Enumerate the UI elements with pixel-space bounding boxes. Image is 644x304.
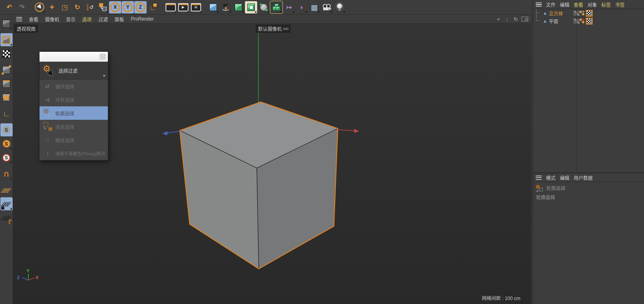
points-mode-button[interactable] — [0, 63, 13, 76]
psr-reset-button[interactable]: PSR↺ — [84, 1, 96, 13]
menu-view[interactable]: 查看 — [29, 16, 38, 23]
menu-item-loop-selection[interactable]: ⇄ 循环选择 — [40, 79, 108, 93]
om-menu-object[interactable]: 对象 — [588, 1, 597, 8]
polygons-mode-button[interactable] — [0, 91, 13, 104]
add-deformer-button[interactable] — [258, 1, 270, 13]
world-axis-icon: ∟ — [149, 3, 157, 11]
object-x-axis-handle[interactable] — [338, 129, 359, 133]
render-settings-button[interactable]: ⊛ — [190, 1, 202, 13]
add-camera-button[interactable] — [321, 1, 333, 13]
undo-button[interactable]: ↶ — [3, 1, 15, 13]
polygons-mode-icon — [2, 94, 10, 102]
add-spline-button[interactable] — [220, 1, 232, 13]
add-modeling-command-button[interactable] — [245, 1, 257, 13]
object-name[interactable]: 立方体 — [549, 10, 571, 17]
undo-icon: ↶ — [6, 4, 12, 11]
enable-snap-button[interactable]: S — [0, 123, 13, 136]
am-menu-userdata[interactable]: 用户数据 — [574, 174, 593, 181]
om-menu-view[interactable]: 查看 — [574, 1, 583, 8]
redo-button[interactable]: ↷ — [16, 1, 28, 13]
add-primitive-button[interactable] — [207, 1, 219, 13]
om-menu-bookmarks[interactable]: 书签 — [615, 1, 625, 8]
texture-mode-icon — [2, 50, 10, 58]
object-manager-hamburger-icon[interactable] — [536, 2, 542, 7]
pan-view-icon[interactable]: + — [495, 16, 501, 22]
menu-prorender[interactable]: ProRender — [131, 16, 154, 22]
object-z-axis-handle[interactable] — [162, 131, 180, 135]
view-name-label[interactable]: 透视视图 — [14, 25, 38, 33]
x-axis-lock-button[interactable]: X — [109, 1, 121, 13]
scale-icon: ◳ — [61, 4, 68, 11]
scale-tool-button[interactable]: ◳ — [58, 1, 71, 13]
cube-object[interactable] — [180, 102, 338, 269]
z-axis-lock-button[interactable]: Z — [134, 1, 147, 13]
texture-tag-icon[interactable] — [586, 10, 593, 17]
menu-display[interactable]: 显示 — [66, 16, 75, 23]
add-mograph-button[interactable]: ↦ — [283, 1, 295, 13]
viewport-menubar: 查看 摄像机 显示 选项 过滤 面板 ProRender + ↕ ↻ — [13, 15, 531, 24]
render-view-button[interactable] — [164, 1, 177, 13]
object-row-cube[interactable]: ▲ 立方体 — [533, 9, 644, 17]
menu-filter[interactable]: 过滤 — [98, 16, 108, 23]
menu-options[interactable]: 选项 — [82, 16, 92, 23]
snap-settings-button[interactable]: S — [0, 137, 13, 150]
om-menu-edit[interactable]: 编辑 — [560, 1, 569, 8]
add-floor-button[interactable]: ▦ — [308, 1, 320, 13]
display-tag-icon[interactable] — [580, 19, 584, 23]
mograph-icon: ↦ — [286, 4, 292, 11]
edges-mode-icon — [2, 80, 10, 88]
orbit-view-icon[interactable]: ↻ — [513, 16, 519, 22]
display-tag-icon[interactable] — [580, 11, 584, 15]
om-menu-tags[interactable]: 标签 — [601, 1, 611, 8]
workplane-button[interactable] — [0, 183, 13, 196]
texture-tag-icon[interactable] — [586, 18, 593, 25]
viewport-hamburger-icon[interactable] — [16, 17, 22, 21]
am-menu-edit[interactable]: 编辑 — [560, 174, 569, 181]
maximize-view-icon[interactable] — [522, 17, 528, 21]
menu-item-selection-filter[interactable]: ⚙ 选择过滤 ► — [40, 62, 108, 79]
interactive-workplane-button[interactable]: () — [0, 211, 13, 224]
add-light-button[interactable] — [333, 1, 346, 13]
am-menu-mode[interactable]: 模式 — [546, 174, 555, 181]
attribute-hamburger-icon[interactable] — [536, 176, 542, 180]
texture-mode-button[interactable] — [0, 47, 13, 60]
world-coordinate-button[interactable]: ∟ — [147, 1, 159, 13]
object-row-plane[interactable]: ▲ 平面 — [533, 17, 644, 25]
main-toolbar: ↶ ↷ + ◳ ↻ PSR↺ ↘ X Y Z ∟ ▶ ⊛ ↦ ◗ ▦ — [0, 0, 533, 15]
application-window: ↶ ↷ + ◳ ↻ PSR↺ ↘ X Y Z ∟ ▶ ⊛ ↦ ◗ ▦ — [0, 0, 644, 304]
object-name[interactable]: 平面 — [549, 18, 571, 25]
render-picture-viewer-button[interactable]: ▶ — [177, 1, 189, 13]
menu-item-phong-break-selection[interactable]: ◑ 选择平滑着色(Phong)断开 — [40, 147, 108, 160]
om-menu-file[interactable]: 文件 — [546, 1, 555, 8]
model-mode-button[interactable] — [0, 33, 13, 46]
axis-mode-button[interactable]: ∟ — [0, 107, 13, 120]
attribute-manager: 模式 编辑 用户数据 轮廓选择 轮廓选择 — [533, 172, 644, 202]
menu-item-path-selection[interactable]: ◇ 路径选择 — [40, 133, 108, 147]
tearoff-grid-icon — [100, 54, 105, 60]
coordinate-system-button[interactable]: ↘ — [96, 1, 109, 13]
phong-break-icon: ◑ — [43, 149, 52, 158]
make-editable-icon — [2, 20, 10, 28]
add-generator-button[interactable] — [232, 1, 245, 13]
move-tool-button[interactable]: + — [46, 1, 58, 13]
menu-camera[interactable]: 摄像机 — [45, 16, 59, 23]
object-icon: ▲ — [543, 19, 547, 23]
add-volume-button[interactable] — [270, 1, 282, 13]
world-axis-gizmo: Y X Z — [17, 268, 39, 280]
y-axis-lock-button[interactable]: Y — [122, 1, 134, 13]
menu-item-outline-selection[interactable]: ↘ 轮廓选择 — [40, 106, 108, 120]
menu-panel[interactable]: 面板 — [115, 16, 124, 23]
menu-tearoff-bar[interactable] — [40, 52, 108, 62]
make-editable-button[interactable] — [0, 17, 13, 30]
rotate-tool-button[interactable]: ↻ — [71, 1, 83, 13]
live-selection-button[interactable] — [33, 1, 45, 13]
fill-selection-icon: ↘ — [43, 122, 52, 131]
lock-workplane-button[interactable] — [0, 197, 13, 210]
menu-item-fill-selection[interactable]: ↘ 填充选择 — [40, 120, 108, 133]
menu-item-ring-selection[interactable]: ⇉ 环状选择 — [40, 93, 108, 106]
edges-mode-button[interactable] — [0, 77, 13, 90]
magnet-tool-button[interactable]: U — [0, 167, 13, 180]
quantize-button[interactable]: S — [0, 151, 13, 164]
dolly-view-icon[interactable]: ↕ — [504, 16, 510, 22]
add-field-button[interactable]: ◗ — [296, 1, 308, 13]
